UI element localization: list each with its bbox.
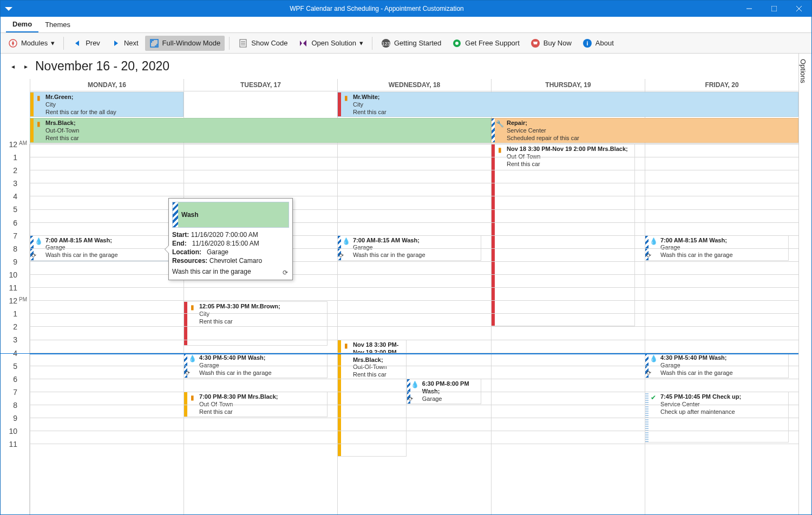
full-window-button[interactable]: Full-Window Mode	[145, 36, 225, 51]
cart-icon	[531, 38, 540, 48]
recurrence-icon: ⟳	[339, 252, 344, 259]
menu-themes[interactable]: Themes	[38, 17, 77, 32]
tag-icon: ▮	[37, 120, 41, 128]
fullscreen-icon	[149, 38, 159, 48]
allday-appt-repair[interactable]: 🔧 Repair; Service Center Scheduled repai…	[491, 118, 798, 143]
maximize-button[interactable]	[762, 1, 787, 17]
window-buttons	[737, 1, 811, 17]
recurrence-icon: ⟳	[646, 252, 651, 259]
refresh-icon[interactable]: ⟳	[283, 269, 288, 276]
allday-appt-mr-white[interactable]: ▮ Mr.White; City Rent this car	[337, 92, 798, 117]
drop-icon: 💧	[650, 237, 658, 245]
toolbar: Modules ▾ Prev Next Full-Window Mode Sho…	[1, 33, 811, 54]
close-button[interactable]	[787, 1, 811, 17]
tag-icon: ▮	[191, 303, 194, 311]
options-label: Options	[799, 59, 807, 83]
compass-icon	[8, 38, 18, 48]
next-button[interactable]: Next	[107, 36, 143, 51]
svg-marker-0	[5, 7, 12, 11]
chevron-down-icon: ▾	[51, 39, 55, 47]
chevron-down-icon: ▾	[359, 39, 363, 47]
svg-marker-15	[303, 40, 306, 47]
recurrence-icon: ⟳	[31, 252, 36, 259]
time-grid[interactable]: 12AM123456789101112PM1234567891011 💧 7:0…	[1, 144, 798, 514]
appointment-tooltip: Wash Start: 11/16/2020 7:00:00 AM End: 1…	[168, 198, 293, 280]
drop-icon: 💧	[342, 237, 350, 245]
all-day-area: ▮ Mr.Green; City Rent this car for the a…	[30, 91, 798, 144]
drop-icon: 💧	[411, 381, 419, 388]
calendar: ◂ ▸ November 16 - 20, 2020 MONDAY, 16 TU…	[1, 54, 798, 514]
svg-text:123: 123	[382, 41, 390, 47]
options-panel[interactable]: Options	[798, 54, 811, 514]
date-range-title: November 16 - 20, 2020	[35, 59, 169, 74]
recurrence-icon: ⟳	[646, 369, 651, 377]
window-title: WPF Calendar and Scheduling - Appointmen…	[17, 5, 737, 12]
day-header-fri[interactable]: FRIDAY, 20	[645, 79, 798, 91]
day-header-mon[interactable]: MONDAY, 16	[30, 79, 184, 91]
title-bar: WPF Calendar and Scheduling - Appointmen…	[1, 1, 811, 17]
day-headers: MONDAY, 16 TUESDAY, 17 WEDNESDAY, 18 THU…	[30, 79, 798, 91]
date-header: ◂ ▸ November 16 - 20, 2020	[1, 54, 798, 79]
open-solution-button[interactable]: Open Solution ▾	[294, 36, 367, 51]
day-col-wed[interactable]	[337, 144, 491, 514]
appt-fri-checkup[interactable]: ✔ 7:45 PM-10:45 PM Check up; Service Cen…	[645, 392, 789, 443]
day-header-tue[interactable]: TUESDAY, 17	[184, 79, 337, 91]
svg-marker-14	[300, 41, 302, 46]
steps-icon: 123	[381, 38, 391, 48]
check-icon: ✔	[651, 394, 656, 401]
recurrence-icon: ⟳	[408, 395, 413, 402]
svg-point-19	[455, 42, 459, 45]
tag-icon: ▮	[344, 342, 348, 349]
svg-text:i: i	[586, 40, 588, 47]
appt-wed-mrs-black-long[interactable]: ▮ Nov 18 3:30 PM-Nov 19 2:00 PM Mrs.Blac…	[337, 340, 407, 457]
tag-icon: ▮	[498, 146, 502, 154]
svg-rect-2	[771, 6, 777, 11]
day-col-mon[interactable]	[30, 144, 184, 514]
getting-started-button[interactable]: 123 Getting Started	[377, 36, 446, 51]
get-support-button[interactable]: Get Free Support	[448, 36, 523, 51]
buy-now-button[interactable]: Buy Now	[526, 36, 576, 51]
document-icon	[238, 38, 248, 48]
app-logo-icon	[1, 1, 17, 17]
time-slot: 11	[1, 444, 29, 457]
date-prev-button[interactable]: ◂	[9, 61, 17, 72]
menu-bar: Demo Themes	[1, 17, 811, 33]
show-code-button[interactable]: Show Code	[234, 36, 292, 51]
drop-icon: 💧	[650, 355, 658, 362]
prev-button[interactable]: Prev	[68, 36, 104, 51]
tooltip-title: Wash	[178, 202, 289, 227]
drop-icon: 💧	[188, 355, 197, 362]
svg-marker-6	[12, 41, 14, 46]
allday-appt-mr-green[interactable]: ▮ Mr.Green; City Rent this car for the a…	[30, 92, 184, 117]
tag-icon: ▮	[191, 394, 194, 401]
tag-icon: ▮	[37, 94, 41, 102]
prev-icon	[73, 38, 82, 48]
svg-marker-7	[75, 41, 79, 46]
recurrence-icon: ⟳	[185, 369, 190, 377]
tag-icon: ▮	[344, 94, 348, 102]
modules-button[interactable]: Modules ▾	[4, 36, 59, 51]
next-icon	[111, 38, 121, 48]
drop-icon: 💧	[35, 237, 43, 245]
support-icon	[452, 38, 462, 48]
date-next-button[interactable]: ▸	[22, 61, 30, 72]
day-header-thu[interactable]: THURSDAY, 19	[491, 79, 645, 91]
day-col-fri[interactable]	[645, 144, 798, 514]
time-ruler: 12AM123456789101112PM1234567891011	[1, 144, 30, 514]
minimize-button[interactable]	[737, 1, 762, 17]
day-header-wed[interactable]: WEDNESDAY, 18	[337, 79, 491, 91]
menu-demo[interactable]: Demo	[6, 17, 38, 32]
svg-marker-8	[114, 41, 118, 46]
info-icon: i	[582, 38, 592, 48]
visual-studio-icon	[298, 38, 308, 48]
allday-appt-mrs-black[interactable]: ▮ Mrs.Black; Out-Of-Town Rent this car	[30, 118, 491, 143]
wrench-icon: 🔧	[496, 120, 504, 128]
about-button[interactable]: i About	[578, 36, 618, 51]
